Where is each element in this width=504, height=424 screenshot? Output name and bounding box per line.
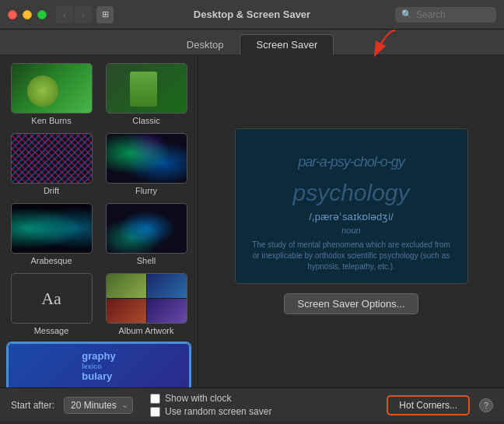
search-input[interactable] (416, 9, 490, 20)
drift-thumbnail (11, 133, 93, 184)
list-item[interactable]: Shell (101, 201, 191, 267)
screensaver-grid: Ken Burns Classic Drift Flurry (6, 61, 191, 387)
album-label: Album Artwork (119, 326, 174, 335)
message-thumbnail: Aa (11, 273, 93, 324)
preview-area: par-a-psy-chol-o-gy psychology /ˌpærəˈsa… (235, 128, 468, 284)
random-ss-checkbox-item[interactable]: Use random screen saver (150, 406, 271, 417)
album-cell (147, 299, 187, 323)
screen-saver-options-button[interactable]: Screen Saver Options... (284, 293, 418, 314)
flurry-thumbnail (106, 133, 187, 184)
word-thumbnail: graphy lexico bulary (8, 343, 190, 387)
grid-icon: ⊞ (102, 9, 109, 19)
search-bar: 🔍 (395, 7, 496, 23)
classic-thumbnail (106, 63, 187, 114)
arabesque-thumbnail (11, 203, 93, 254)
ken-burns-thumbnail (11, 63, 93, 114)
list-item[interactable]: Arabesque (6, 201, 96, 267)
preview-word-display: psychology (250, 180, 453, 206)
window-controls (8, 10, 47, 19)
start-after-select[interactable]: 1 Minute 2 Minutes 5 Minutes 10 Minutes … (64, 397, 133, 414)
start-after-label: Start after: (11, 400, 54, 411)
classic-label: Classic (132, 116, 159, 125)
drift-label: Drift (44, 186, 59, 195)
main-content: Ken Burns Classic Drift Flurry (0, 55, 504, 387)
help-button[interactable]: ? (479, 398, 493, 412)
title-bar: ‹ › ⊞ Desktop & Screen Saver 🔍 (0, 0, 504, 30)
preview-phonetic: /ˌpærəˈsaɪkɒlədʒi/ (250, 211, 453, 223)
checkboxes: Show with clock Use random screen saver (150, 393, 271, 417)
grid-view-button[interactable]: ⊞ (96, 6, 114, 23)
shell-thumbnail (106, 203, 187, 254)
window-title: Desktop & Screen Saver (194, 9, 310, 20)
show-clock-label: Show with clock (165, 393, 231, 404)
list-item[interactable]: Classic (101, 61, 191, 127)
back-button[interactable]: ‹ (56, 6, 73, 23)
minimize-button[interactable] (23, 10, 32, 19)
album-cell (107, 299, 146, 323)
tab-bar: Desktop Screen Saver (0, 30, 504, 55)
list-item[interactable]: Drift (6, 131, 96, 197)
list-item[interactable]: graphy lexico bulary Word of the Day (6, 342, 191, 387)
left-panel: Ken Burns Classic Drift Flurry (0, 55, 198, 387)
show-clock-checkbox[interactable] (150, 394, 160, 404)
bottom-bar: Start after: 1 Minute 2 Minutes 5 Minute… (0, 387, 504, 422)
list-item[interactable]: Ken Burns (6, 61, 96, 127)
message-thumb-text: Aa (41, 289, 61, 309)
arabesque-label: Arabesque (30, 256, 72, 265)
close-button[interactable] (8, 10, 17, 19)
list-item[interactable]: Flurry (101, 131, 191, 197)
start-after-wrapper: 1 Minute 2 Minutes 5 Minutes 10 Minutes … (64, 397, 133, 414)
word-thumb-text: graphy lexico bulary (79, 347, 118, 386)
show-clock-checkbox-item[interactable]: Show with clock (150, 393, 271, 404)
right-panel: par-a-psy-chol-o-gy psychology /ˌpærəˈsa… (198, 55, 504, 387)
album-cell (147, 274, 187, 298)
maximize-button[interactable] (37, 10, 47, 19)
forward-button[interactable]: › (75, 6, 92, 23)
shell-label: Shell (137, 256, 156, 265)
album-thumbnail (106, 273, 187, 324)
preview-word-large: par-a-psy-chol-o-gy (250, 141, 453, 173)
random-ss-checkbox[interactable] (150, 407, 160, 417)
tab-screensaver[interactable]: Screen Saver (240, 34, 334, 55)
tab-desktop[interactable]: Desktop (170, 34, 240, 55)
hot-corners-button[interactable]: Hot Corners... (387, 395, 470, 415)
flurry-label: Flurry (135, 186, 157, 195)
ken-burns-label: Ken Burns (31, 116, 71, 125)
search-icon: 🔍 (401, 9, 412, 19)
message-label: Message (34, 326, 69, 335)
preview-pos: noun (250, 226, 453, 235)
preview-content: par-a-psy-chol-o-gy psychology /ˌpærəˈsa… (239, 129, 464, 284)
album-cell (107, 274, 146, 298)
random-ss-label: Use random screen saver (165, 406, 271, 417)
list-item[interactable]: Aa Message (6, 272, 96, 337)
nav-arrows: ‹ › (56, 6, 92, 23)
list-item[interactable]: Album Artwork (101, 272, 191, 337)
preview-definition: The study of mental phenomena which are … (250, 240, 453, 272)
